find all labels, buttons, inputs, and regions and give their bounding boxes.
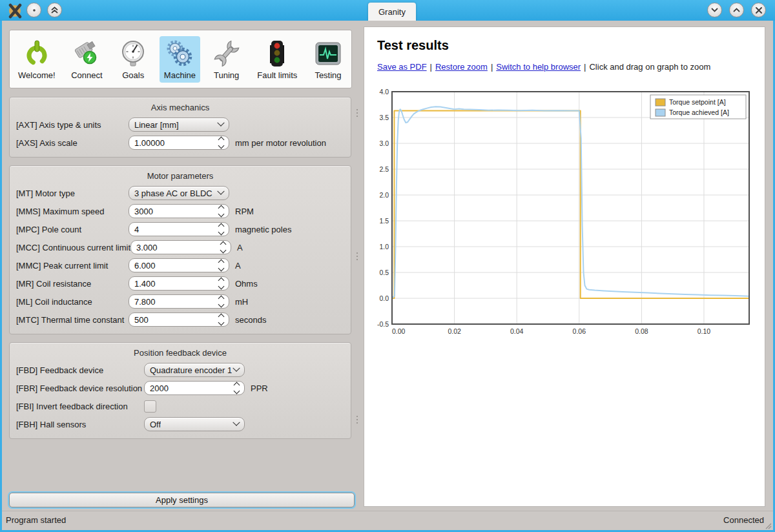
field-label-axs: [AXS] Axis scale (16, 138, 129, 148)
spin-stepper[interactable] (217, 296, 225, 307)
x-tick-label: 0.10 (698, 327, 711, 335)
field-label-mmc: [MMC] Peak current limit (16, 261, 129, 271)
link-separator: | (584, 62, 586, 72)
y-tick-label: 1.0 (379, 243, 389, 251)
chart-area[interactable]: -0.50.00.51.01.52.02.53.03.54.00.000.020… (375, 89, 762, 338)
spin-field-mpc (129, 222, 229, 236)
field-unit: PPR (251, 384, 268, 393)
select-mt[interactable]: 3 phase AC or BLDC (129, 186, 229, 200)
spin-field-fbr (144, 381, 245, 395)
input-mmc[interactable] (129, 260, 211, 271)
spin-down-icon[interactable] (218, 265, 224, 272)
toolbar-item-tuning[interactable]: Tuning (207, 36, 246, 83)
spin-stepper[interactable] (217, 314, 225, 325)
spin-stepper[interactable] (232, 383, 240, 393)
link-save-as-pdf[interactable]: Save as PDF (377, 62, 427, 72)
spin-stepper[interactable] (217, 278, 225, 289)
legend-swatch (656, 109, 665, 116)
spin-stepper[interactable] (217, 224, 225, 234)
toolbar-item-label: Goals (122, 70, 144, 80)
toolbar-item-label: Testing (315, 70, 341, 80)
field-label-mtc: [MTC] Thermal time constant (16, 315, 129, 325)
y-tick-label: 0.5 (379, 269, 389, 276)
rollup-button[interactable] (47, 3, 62, 17)
chevron-down-icon (217, 188, 224, 195)
apply-settings-button[interactable]: Apply settings (9, 493, 355, 507)
y-tick-label: 3.5 (379, 114, 389, 121)
select-axt[interactable]: Linear [mm] (129, 118, 229, 132)
select-fbd[interactable]: Quadrature encoder 1 (144, 363, 245, 377)
spin-stepper[interactable] (217, 206, 225, 216)
toolbar-item-connect[interactable]: Connect (67, 36, 107, 83)
section-title: Position feedback device (16, 347, 344, 360)
input-mcc[interactable] (131, 241, 212, 253)
splitter-handle[interactable] (356, 416, 358, 424)
spin-down-icon[interactable] (233, 388, 240, 394)
spin-stepper[interactable] (217, 260, 225, 271)
field-label-fbh: [FBH] Hall sensors (16, 420, 144, 429)
select-fbh[interactable]: Off (144, 417, 245, 431)
test-results-chart: -0.50.00.51.01.52.02.53.03.54.00.000.020… (375, 89, 762, 336)
spin-down-icon[interactable] (218, 211, 224, 218)
x-tick-label: 0.02 (448, 327, 461, 335)
toolbar: Welcome!ConnectGoalsMachineTuningFault l… (9, 30, 352, 88)
spin-down-icon[interactable] (218, 143, 224, 149)
spin-down-icon[interactable] (218, 229, 224, 236)
zoom-hint: Click and drag on graph to zoom (589, 62, 710, 72)
input-mpc[interactable] (129, 223, 211, 235)
minimize-button[interactable] (707, 3, 722, 17)
form-row: [AXS] Axis scalemm per motor revolution (16, 134, 344, 152)
select-value: Quadrature encoder 1 (150, 365, 232, 375)
form-row: [MPC] Pole countmagnetic poles (16, 220, 344, 238)
toolbar-item-fault-limits[interactable]: Fault limits (253, 36, 302, 83)
test-results-panel: Test results Save as PDF|Restore zoom|Sw… (364, 26, 765, 507)
toolbar-item-goals[interactable]: Goals (114, 36, 152, 83)
statusbar: Program started Connected (2, 511, 773, 530)
checkbox-fbi[interactable] (144, 400, 156, 413)
splitter-handle[interactable] (356, 252, 358, 260)
y-tick-label: 2.0 (379, 191, 389, 199)
input-axs[interactable] (129, 137, 211, 148)
window-tab[interactable]: Granity (368, 3, 416, 21)
spin-down-icon[interactable] (220, 247, 226, 254)
y-tick-label: 0.0 (379, 294, 389, 302)
oscilloscope-icon (313, 39, 343, 68)
resize-grip-icon[interactable] (765, 522, 772, 530)
input-ml[interactable] (129, 296, 211, 307)
chevron-down-icon (232, 365, 240, 372)
toolbar-item-machine[interactable]: Machine (160, 36, 200, 83)
input-mtc[interactable] (129, 314, 211, 325)
spin-stepper[interactable] (217, 138, 225, 148)
field-label-mpc: [MPC] Pole count (16, 225, 129, 234)
link-restore-zoom[interactable]: Restore zoom (435, 62, 488, 72)
field-label-ml: [ML] Coil inductance (16, 297, 129, 307)
link-switch-to-help-browser[interactable]: Switch to help browser (496, 62, 581, 72)
gears-icon (165, 39, 194, 68)
toolbar-item-welcome[interactable]: Welcome! (14, 36, 60, 83)
spin-field-mms (129, 204, 229, 218)
form-row: [MCC] Continuous current limitA (16, 238, 344, 256)
spin-down-icon[interactable] (218, 302, 224, 308)
field-unit: mH (235, 297, 248, 307)
results-links: Save as PDF|Restore zoom|Switch to help … (377, 62, 765, 72)
spin-down-icon[interactable] (218, 320, 224, 326)
section-motor-parameters: Motor parameters[MT] Motor type3 phase A… (9, 165, 351, 334)
form-row: [MMS] Maximum speedRPM (16, 202, 344, 220)
app-icon (7, 2, 24, 19)
input-mms[interactable] (129, 205, 211, 217)
y-tick-label: 4.0 (379, 89, 389, 96)
field-unit: magnetic poles (235, 225, 291, 234)
spin-field-ml (129, 294, 229, 309)
input-fbr[interactable] (145, 382, 226, 394)
input-mr[interactable] (129, 278, 211, 289)
plot-border (392, 92, 749, 324)
pin-button[interactable] (26, 3, 41, 17)
spin-stepper[interactable] (219, 242, 227, 252)
splitter-handle[interactable] (356, 109, 358, 117)
legend-label: Torque setpoint [A] (669, 98, 726, 106)
maximize-button[interactable] (729, 3, 744, 17)
spin-down-icon[interactable] (218, 283, 224, 290)
toolbar-item-testing[interactable]: Testing (309, 36, 347, 83)
y-tick-label: -0.5 (377, 320, 389, 328)
close-button[interactable] (751, 3, 766, 17)
